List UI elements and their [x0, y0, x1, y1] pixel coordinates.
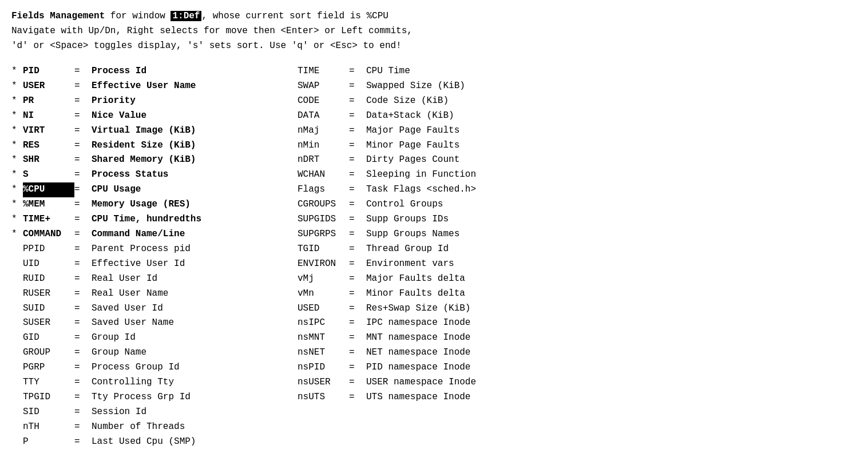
field-name: USED [298, 301, 349, 316]
field-equals: = [74, 138, 92, 153]
field-active-indicator: * [11, 124, 23, 138]
field-description: Virtual Image (KiB) [92, 124, 196, 138]
left-field-row: *PID = Process Id [11, 64, 298, 79]
field-equals: = [349, 331, 366, 345]
right-field-row: nsNET = NET namespace Inode [298, 345, 857, 360]
field-equals: = [74, 242, 92, 257]
header-line-2: Navigate with Up/Dn, Right selects for m… [11, 24, 857, 38]
header-text-2: , whose current sort field is %CPU [201, 11, 388, 21]
field-equals: = [74, 390, 92, 405]
field-equals: = [74, 331, 92, 345]
field-name: %CPU [23, 182, 74, 197]
field-equals: = [74, 197, 92, 212]
field-equals: = [349, 138, 366, 153]
field-description: CPU Time, hundredths [92, 212, 201, 227]
field-description: Tty Process Grp Id [92, 390, 191, 405]
field-description: Code Size (KiB) [366, 94, 449, 109]
field-equals: = [74, 153, 92, 168]
field-name: nsNET [298, 345, 349, 360]
field-equals: = [74, 109, 92, 124]
field-description: Group Name [92, 345, 146, 360]
right-field-row: CODE = Code Size (KiB) [298, 94, 857, 109]
left-field-row: *VIRT = Virtual Image (KiB) [11, 124, 298, 138]
field-name: CODE [298, 94, 349, 109]
header-text-1: for window [105, 11, 171, 21]
field-equals: = [349, 287, 366, 301]
field-name: nTH [23, 420, 74, 435]
field-name: nsUSER [298, 375, 349, 390]
field-name: RUID [23, 272, 74, 287]
field-description: Task Flags <sched.h> [366, 182, 476, 197]
field-description: Process Status [92, 168, 168, 182]
field-description: USER namespace Inode [366, 375, 476, 390]
right-field-row: nsUSER = USER namespace Inode [298, 375, 857, 390]
left-field-row: *COMMAND = Command Name/Line [11, 227, 298, 242]
field-description: Supp Groups Names [366, 227, 459, 242]
field-description: Real User Id [92, 272, 157, 287]
field-description: NET namespace Inode [366, 345, 470, 360]
field-equals: = [74, 212, 92, 227]
field-equals: = [74, 79, 92, 94]
field-description: Shared Memory (KiB) [92, 153, 196, 168]
field-equals: = [74, 182, 92, 197]
field-name: PR [23, 94, 74, 109]
field-description: CPU Time [366, 64, 410, 79]
field-equals: = [349, 168, 366, 182]
field-equals: = [349, 242, 366, 257]
left-field-row: GROUP = Group Name [11, 345, 298, 360]
field-description: Process Group Id [92, 360, 180, 375]
left-field-row: RUID = Real User Id [11, 272, 298, 287]
field-name: TIME [298, 64, 349, 79]
field-equals: = [74, 360, 92, 375]
field-active-indicator: * [11, 168, 23, 182]
field-equals: = [74, 272, 92, 287]
left-field-row: GID = Group Id [11, 331, 298, 345]
left-field-row: PGRP = Process Group Id [11, 360, 298, 375]
field-name: ENVIRON [298, 257, 349, 272]
header-line-3: 'd' or <Space> toggles display, 's' sets… [11, 39, 857, 53]
fields-management-label: Fields Management [11, 11, 105, 21]
field-description: Controlling Tty [92, 375, 174, 390]
left-field-row: *TIME+ = CPU Time, hundredths [11, 212, 298, 227]
field-active-indicator: * [11, 138, 23, 153]
field-description: Major Faults delta [366, 272, 465, 287]
field-name: GID [23, 331, 74, 345]
field-name: COMMAND [23, 227, 74, 242]
left-field-row: *%MEM = Memory Usage (RES) [11, 197, 298, 212]
right-field-row: Flags = Task Flags <sched.h> [298, 182, 857, 197]
field-description: Major Page Faults [366, 124, 459, 138]
field-equals: = [74, 301, 92, 316]
field-description: Session Id [92, 405, 146, 420]
field-equals: = [74, 316, 92, 331]
field-description: Parent Process pid [92, 242, 191, 257]
right-field-row: nDRT = Dirty Pages Count [298, 153, 857, 168]
field-equals: = [74, 287, 92, 301]
field-description: Process Id [92, 64, 146, 79]
field-description: Thread Group Id [366, 242, 449, 257]
right-field-row: TGID = Thread Group Id [298, 242, 857, 257]
right-field-row: nsMNT = MNT namespace Inode [298, 331, 857, 345]
left-field-row: TPGID = Tty Process Grp Id [11, 390, 298, 405]
right-field-row: nMin = Minor Page Faults [298, 138, 857, 153]
field-name: DATA [298, 109, 349, 124]
field-name: NI [23, 109, 74, 124]
field-name: VIRT [23, 124, 74, 138]
field-equals: = [349, 94, 366, 109]
field-equals: = [349, 227, 366, 242]
field-active-indicator: * [11, 182, 23, 197]
left-field-row: TTY = Controlling Tty [11, 375, 298, 390]
field-active-indicator: * [11, 227, 23, 242]
field-active-indicator: * [11, 197, 23, 212]
field-name: nMin [298, 138, 349, 153]
field-name: nsIPC [298, 316, 349, 331]
field-description: Environment vars [366, 257, 454, 272]
left-field-row: *SHR = Shared Memory (KiB) [11, 153, 298, 168]
field-equals: = [74, 345, 92, 360]
field-description: PID namespace Inode [366, 360, 470, 375]
field-equals: = [349, 64, 366, 79]
field-description: Minor Faults delta [366, 287, 465, 301]
field-description: Nice Value [92, 109, 146, 124]
right-field-row: WCHAN = Sleeping in Function [298, 168, 857, 182]
field-description: Minor Page Faults [366, 138, 459, 153]
right-field-row: nsIPC = IPC namespace Inode [298, 316, 857, 331]
